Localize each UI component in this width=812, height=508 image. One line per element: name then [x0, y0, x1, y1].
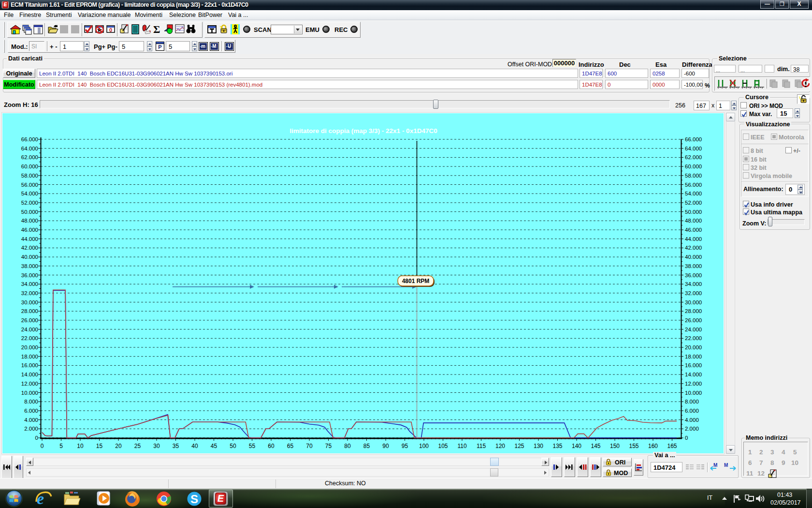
svg-text:20: 20	[115, 443, 122, 449]
svg-text:18.000: 18.000	[21, 354, 38, 359]
svg-text:30: 30	[153, 443, 160, 449]
svg-text:2.000: 2.000	[24, 426, 38, 432]
svg-text:44.000: 44.000	[21, 236, 38, 242]
svg-text:40.000: 40.000	[685, 254, 702, 260]
svg-text:0: 0	[109, 27, 112, 33]
svg-text:25: 25	[134, 443, 141, 449]
svg-text:30.000: 30.000	[21, 299, 38, 305]
svg-text:80: 80	[344, 443, 351, 449]
svg-text:42.000: 42.000	[21, 245, 38, 251]
svg-text:115: 115	[477, 443, 486, 449]
svg-text:62.000: 62.000	[685, 154, 702, 160]
svg-text:62.000: 62.000	[21, 154, 38, 160]
svg-text:14.000: 14.000	[685, 372, 702, 377]
svg-text:20.000: 20.000	[685, 344, 702, 350]
svg-text:50.000: 50.000	[685, 209, 702, 215]
svg-text:155: 155	[629, 443, 638, 449]
svg-text:105: 105	[438, 443, 448, 449]
svg-text:50: 50	[230, 443, 236, 449]
svg-text:10: 10	[77, 443, 84, 449]
svg-text:46.000: 46.000	[685, 227, 702, 233]
svg-text:60.000: 60.000	[685, 164, 702, 169]
svg-text:24.000: 24.000	[21, 327, 38, 332]
svg-text:38.000: 38.000	[21, 263, 38, 269]
svg-text:50.000: 50.000	[21, 209, 38, 215]
svg-text:160: 160	[648, 443, 658, 449]
svg-text:12.000: 12.000	[21, 381, 38, 387]
svg-text:130: 130	[534, 443, 543, 449]
svg-text:40: 40	[191, 443, 198, 449]
svg-text:limitatore di coppia (map 3/3): limitatore di coppia (map 3/3) - 22x1 - …	[290, 127, 437, 134]
svg-text:32.000: 32.000	[685, 290, 702, 296]
svg-text:6.000: 6.000	[24, 408, 38, 414]
svg-text:65: 65	[287, 443, 294, 449]
svg-text:16.000: 16.000	[685, 362, 702, 368]
svg-text:0: 0	[41, 443, 44, 449]
svg-text:28.000: 28.000	[685, 308, 702, 314]
svg-text:66.000: 66.000	[685, 136, 702, 142]
svg-text:14.000: 14.000	[21, 372, 38, 377]
svg-text:48.000: 48.000	[21, 218, 38, 224]
svg-text:135: 135	[552, 443, 562, 449]
svg-text:54.000: 54.000	[685, 191, 702, 196]
svg-text:10.000: 10.000	[21, 390, 38, 396]
svg-text:30.000: 30.000	[685, 299, 702, 305]
svg-text:Σ: Σ	[153, 23, 160, 35]
svg-text:56.000: 56.000	[685, 182, 702, 188]
svg-text:42.000: 42.000	[685, 245, 702, 251]
svg-text:8.000: 8.000	[685, 399, 699, 404]
svg-text:4.000: 4.000	[24, 417, 38, 423]
svg-text:46.000: 46.000	[21, 227, 38, 233]
svg-text:56.000: 56.000	[21, 182, 38, 188]
svg-text:20.000: 20.000	[21, 344, 38, 350]
svg-text:140: 140	[572, 443, 581, 449]
svg-text:M: M	[713, 463, 717, 468]
svg-text:85: 85	[363, 443, 370, 449]
svg-text:38.000: 38.000	[685, 263, 702, 269]
svg-text:26.000: 26.000	[21, 317, 38, 323]
svg-text:64.000: 64.000	[21, 146, 38, 151]
svg-text:60: 60	[268, 443, 275, 449]
svg-text:45: 45	[211, 443, 218, 449]
svg-text:64.000: 64.000	[685, 146, 702, 151]
svg-text:18.000: 18.000	[685, 354, 702, 359]
svg-text:150: 150	[610, 443, 620, 449]
svg-text:44.000: 44.000	[685, 236, 702, 242]
svg-text:28.000: 28.000	[21, 308, 38, 314]
svg-text:125: 125	[514, 443, 524, 449]
svg-text:34.000: 34.000	[685, 281, 702, 287]
svg-text:22.000: 22.000	[21, 335, 38, 341]
svg-text:16.000: 16.000	[21, 362, 38, 368]
svg-text:40.000: 40.000	[21, 254, 38, 260]
svg-text:M: M	[724, 463, 728, 468]
svg-text:0: 0	[685, 435, 688, 441]
svg-text:75: 75	[325, 443, 332, 449]
svg-text:24.000: 24.000	[685, 327, 702, 332]
svg-text:0: 0	[35, 435, 38, 441]
svg-text:55: 55	[249, 443, 256, 449]
svg-text:22.000: 22.000	[685, 335, 702, 341]
svg-text:6.000: 6.000	[685, 408, 699, 414]
svg-text:120: 120	[495, 443, 505, 449]
svg-text:48.000: 48.000	[685, 218, 702, 224]
svg-text:95: 95	[402, 443, 408, 449]
svg-text:S: S	[190, 493, 198, 506]
svg-text:34.000: 34.000	[21, 281, 38, 287]
svg-text:36.000: 36.000	[685, 272, 702, 278]
svg-text:90: 90	[382, 443, 389, 449]
svg-text:10.000: 10.000	[685, 390, 702, 396]
svg-text:60.000: 60.000	[21, 164, 38, 169]
svg-text:35: 35	[173, 443, 179, 449]
svg-text:12.000: 12.000	[685, 381, 702, 387]
svg-text:66.000: 66.000	[21, 136, 38, 142]
svg-text:52.000: 52.000	[21, 200, 38, 206]
svg-text:15: 15	[96, 443, 103, 449]
svg-text:58.000: 58.000	[685, 173, 702, 179]
svg-text:58.000: 58.000	[21, 173, 38, 179]
svg-text:4801 RPM: 4801 RPM	[402, 278, 430, 284]
svg-text:4.000: 4.000	[685, 417, 699, 423]
svg-text:8.000: 8.000	[24, 399, 38, 404]
svg-text:52.000: 52.000	[685, 200, 702, 206]
svg-text:5: 5	[59, 443, 63, 449]
svg-text:32.000: 32.000	[21, 290, 38, 296]
